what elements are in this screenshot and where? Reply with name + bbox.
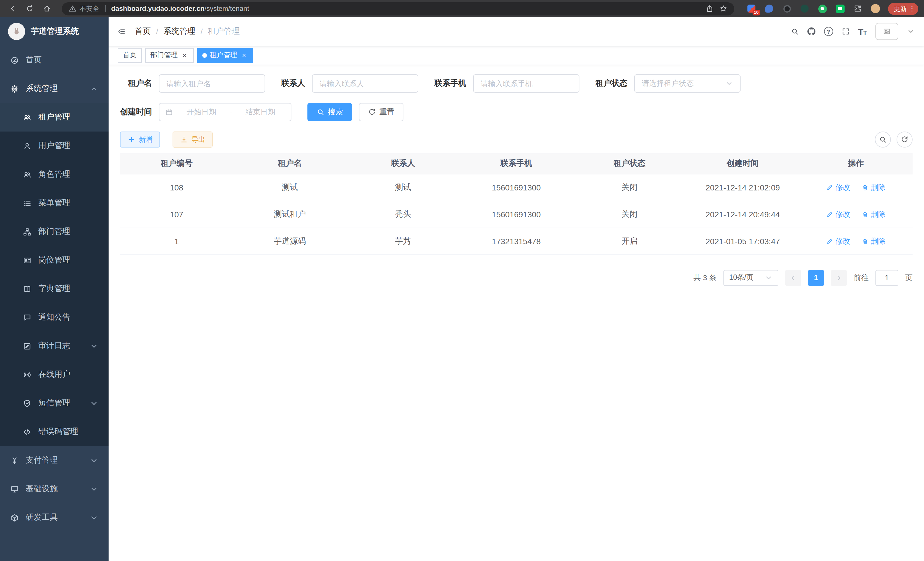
cell-contact: 测试 bbox=[346, 174, 460, 201]
delete-link[interactable]: 删除 bbox=[862, 182, 886, 193]
search-button[interactable]: 搜索 bbox=[308, 103, 352, 121]
extension-icon-2[interactable] bbox=[764, 3, 775, 14]
sidebar-item-online-users[interactable]: 在线用户 bbox=[0, 360, 109, 389]
chevron-down-icon bbox=[90, 342, 98, 350]
create-time-range-picker[interactable]: 开始日期 - 结束日期 bbox=[159, 103, 291, 121]
sidebar-item-sms-management[interactable]: 短信管理 bbox=[0, 389, 109, 417]
sidebar-item-dev-tools[interactable]: 研发工具 bbox=[0, 503, 109, 532]
toolbox-icon bbox=[10, 513, 19, 522]
edit-pencil-icon bbox=[826, 184, 833, 191]
table-row: 108 测试 测试 15601691300 关闭 2021-12-14 21:0… bbox=[120, 174, 913, 201]
question-icon: ? bbox=[824, 27, 833, 36]
sidebar-item-home[interactable]: 首页 bbox=[0, 46, 109, 74]
sidebar-item-notice[interactable]: 通知公告 bbox=[0, 303, 109, 332]
browser-update-button[interactable]: 更新 ⋮ bbox=[888, 3, 918, 15]
status-placeholder: 请选择租户状态 bbox=[642, 78, 694, 89]
cell-status: 关闭 bbox=[573, 201, 686, 228]
cell-tenant-name: 测试租户 bbox=[233, 201, 346, 228]
tab-home[interactable]: 首页 bbox=[118, 48, 142, 63]
update-label: 更新 bbox=[894, 4, 907, 13]
sidebar-item-audit-log[interactable]: 审计日志 bbox=[0, 332, 109, 360]
cell-contact: 秃头 bbox=[346, 201, 460, 228]
start-date-placeholder: 开始日期 bbox=[177, 107, 226, 117]
edit-link[interactable]: 修改 bbox=[826, 182, 850, 193]
extension-icon-1[interactable]: 10 bbox=[746, 3, 757, 14]
bookmark-star-button[interactable] bbox=[719, 5, 728, 13]
cell-tenant-id: 108 bbox=[120, 174, 233, 201]
security-indicator[interactable]: 不安全 bbox=[69, 4, 99, 13]
log-icon bbox=[23, 342, 32, 350]
edit-link[interactable]: 修改 bbox=[826, 236, 850, 246]
extension-icon-3[interactable] bbox=[781, 3, 793, 14]
reset-button[interactable]: 重置 bbox=[359, 103, 404, 121]
app-frame: 芋道管理系统 首页 系统管理 租户管理 用户管理 角色管理 bbox=[0, 17, 924, 561]
sidebar-collapse-button[interactable] bbox=[118, 27, 126, 35]
sidebar-item-infrastructure[interactable]: 基础设施 bbox=[0, 475, 109, 503]
mobile-input[interactable] bbox=[473, 74, 579, 93]
tags-view-bar: 首页 部门管理 × 租户管理 × bbox=[109, 46, 924, 65]
github-link-button[interactable] bbox=[807, 27, 815, 35]
security-label: 不安全 bbox=[80, 4, 99, 13]
tenant-name-input[interactable] bbox=[159, 74, 265, 93]
user-avatar[interactable] bbox=[875, 23, 898, 40]
sidebar-item-role-management[interactable]: 角色管理 bbox=[0, 160, 109, 189]
address-bar[interactable]: 不安全 dashboard.yudao.iocoder.cn/system/te… bbox=[62, 2, 734, 15]
sidebar-item-user-management[interactable]: 用户管理 bbox=[0, 132, 109, 160]
sidebar-item-tenant-management[interactable]: 租户管理 bbox=[0, 103, 109, 132]
extension-icon-5[interactable] bbox=[817, 3, 828, 14]
export-button[interactable]: 导出 bbox=[172, 132, 213, 147]
header-search-button[interactable] bbox=[790, 27, 799, 35]
chevron-down-icon bbox=[725, 80, 733, 87]
page-size-select[interactable]: 10条/页 bbox=[723, 270, 778, 286]
logo[interactable]: 芋道管理系统 bbox=[0, 17, 109, 46]
refresh-table-button[interactable] bbox=[897, 132, 913, 147]
browser-profile-avatar[interactable] bbox=[870, 3, 881, 14]
col-header-contact: 联系人 bbox=[346, 153, 460, 174]
add-button[interactable]: 新增 bbox=[120, 132, 160, 147]
share-button[interactable] bbox=[706, 5, 714, 13]
close-icon[interactable]: × bbox=[181, 51, 189, 59]
delete-link[interactable]: 删除 bbox=[862, 209, 886, 219]
breadcrumb-current: 租户管理 bbox=[208, 26, 240, 37]
next-page-button[interactable] bbox=[831, 270, 847, 286]
contact-input[interactable] bbox=[312, 74, 418, 93]
browser-reload-button[interactable] bbox=[23, 2, 37, 15]
fullscreen-button[interactable] bbox=[842, 27, 849, 35]
breadcrumb-home[interactable]: 首页 bbox=[135, 26, 151, 37]
sidebar-item-error-code-management[interactable]: 错误码管理 bbox=[0, 417, 109, 446]
prev-page-button[interactable] bbox=[785, 270, 801, 286]
browser-home-button[interactable] bbox=[40, 2, 54, 15]
tab-tenant-management[interactable]: 租户管理 × bbox=[197, 48, 253, 63]
extension-icon-4[interactable] bbox=[799, 3, 810, 14]
sidebar-item-dict-management[interactable]: 字典管理 bbox=[0, 274, 109, 303]
user-menu-caret[interactable] bbox=[907, 27, 915, 35]
font-size-button[interactable]: TT bbox=[858, 27, 867, 36]
tab-label: 首页 bbox=[123, 50, 136, 60]
breadcrumb-system[interactable]: 系统管理 bbox=[164, 26, 195, 37]
extensions-puzzle-button[interactable] bbox=[852, 3, 863, 14]
sidebar-item-payment-management[interactable]: 支付管理 bbox=[0, 446, 109, 475]
sidebar-item-menu-management[interactable]: 菜单管理 bbox=[0, 189, 109, 217]
edit-label: 修改 bbox=[836, 236, 850, 246]
delete-link[interactable]: 删除 bbox=[862, 236, 886, 246]
close-icon[interactable]: × bbox=[240, 51, 248, 59]
url-path: /system/tenant bbox=[205, 5, 249, 13]
tab-dept-management[interactable]: 部门管理 × bbox=[145, 48, 194, 63]
mobile-label: 联系手机 bbox=[434, 78, 466, 89]
edit-link[interactable]: 修改 bbox=[826, 209, 850, 219]
monitor-icon bbox=[10, 485, 19, 493]
add-button-label: 新增 bbox=[139, 135, 153, 144]
filter-create-time: 创建时间 开始日期 - 结束日期 bbox=[120, 103, 291, 121]
sidebar-item-dept-management[interactable]: 部门管理 bbox=[0, 217, 109, 246]
browser-back-button[interactable] bbox=[6, 2, 20, 15]
sidebar-item-post-management[interactable]: 岗位管理 bbox=[0, 246, 109, 274]
help-doc-button[interactable]: ? bbox=[824, 27, 833, 36]
toggle-search-button[interactable] bbox=[875, 132, 891, 147]
status-select[interactable]: 请选择租户状态 bbox=[634, 74, 741, 93]
page-number-button[interactable]: 1 bbox=[808, 270, 824, 286]
goto-page-input[interactable] bbox=[875, 270, 898, 286]
reload-icon bbox=[26, 5, 34, 13]
extension-icon-6[interactable] bbox=[834, 3, 846, 14]
cell-actions: 修改 删除 bbox=[800, 174, 913, 201]
sidebar-item-system-management[interactable]: 系统管理 bbox=[0, 74, 109, 103]
